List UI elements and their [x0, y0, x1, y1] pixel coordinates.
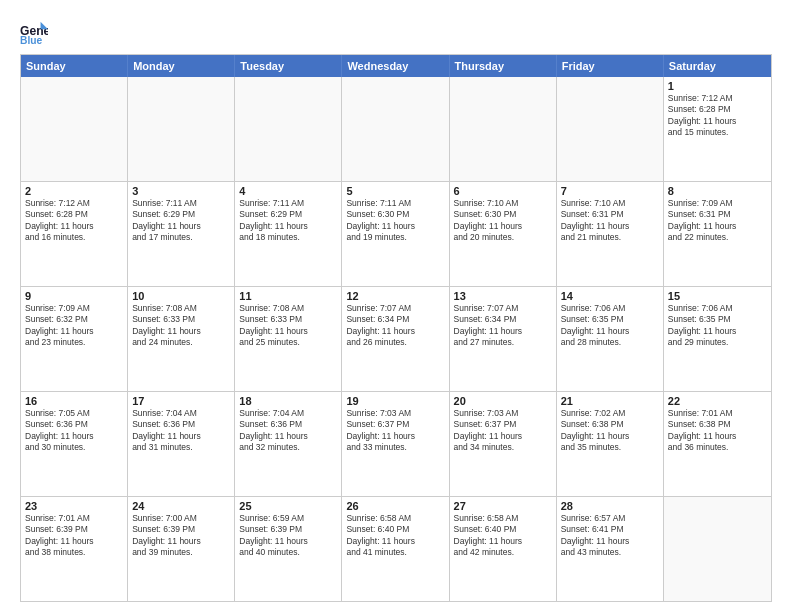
day-number: 7 [561, 185, 659, 197]
day-cell: 18Sunrise: 7:04 AM Sunset: 6:36 PM Dayli… [235, 392, 342, 496]
day-info: Sunrise: 7:09 AM Sunset: 6:31 PM Dayligh… [668, 198, 767, 244]
day-number: 12 [346, 290, 444, 302]
week-row: 2Sunrise: 7:12 AM Sunset: 6:28 PM Daylig… [21, 181, 771, 286]
day-cell: 15Sunrise: 7:06 AM Sunset: 6:35 PM Dayli… [664, 287, 771, 391]
day-cell: 26Sunrise: 6:58 AM Sunset: 6:40 PM Dayli… [342, 497, 449, 601]
svg-text:Blue: Blue [20, 35, 43, 46]
day-headers: SundayMondayTuesdayWednesdayThursdayFrid… [21, 55, 771, 77]
day-cell [21, 77, 128, 181]
day-cell: 22Sunrise: 7:01 AM Sunset: 6:38 PM Dayli… [664, 392, 771, 496]
day-cell: 9Sunrise: 7:09 AM Sunset: 6:32 PM Daylig… [21, 287, 128, 391]
day-info: Sunrise: 7:08 AM Sunset: 6:33 PM Dayligh… [239, 303, 337, 349]
day-info: Sunrise: 7:12 AM Sunset: 6:28 PM Dayligh… [668, 93, 767, 139]
day-cell [450, 77, 557, 181]
day-info: Sunrise: 7:10 AM Sunset: 6:31 PM Dayligh… [561, 198, 659, 244]
week-row: 1Sunrise: 7:12 AM Sunset: 6:28 PM Daylig… [21, 77, 771, 181]
day-number: 24 [132, 500, 230, 512]
day-cell: 2Sunrise: 7:12 AM Sunset: 6:28 PM Daylig… [21, 182, 128, 286]
day-cell: 25Sunrise: 6:59 AM Sunset: 6:39 PM Dayli… [235, 497, 342, 601]
day-cell: 5Sunrise: 7:11 AM Sunset: 6:30 PM Daylig… [342, 182, 449, 286]
day-info: Sunrise: 7:06 AM Sunset: 6:35 PM Dayligh… [561, 303, 659, 349]
day-cell [557, 77, 664, 181]
day-cell [342, 77, 449, 181]
day-cell: 10Sunrise: 7:08 AM Sunset: 6:33 PM Dayli… [128, 287, 235, 391]
day-info: Sunrise: 7:01 AM Sunset: 6:38 PM Dayligh… [668, 408, 767, 454]
day-number: 22 [668, 395, 767, 407]
day-number: 1 [668, 80, 767, 92]
day-cell: 17Sunrise: 7:04 AM Sunset: 6:36 PM Dayli… [128, 392, 235, 496]
day-info: Sunrise: 7:09 AM Sunset: 6:32 PM Dayligh… [25, 303, 123, 349]
day-cell: 23Sunrise: 7:01 AM Sunset: 6:39 PM Dayli… [21, 497, 128, 601]
day-number: 20 [454, 395, 552, 407]
day-header: Sunday [21, 55, 128, 77]
calendar: SundayMondayTuesdayWednesdayThursdayFrid… [20, 54, 772, 602]
day-number: 3 [132, 185, 230, 197]
day-cell: 20Sunrise: 7:03 AM Sunset: 6:37 PM Dayli… [450, 392, 557, 496]
day-info: Sunrise: 7:05 AM Sunset: 6:36 PM Dayligh… [25, 408, 123, 454]
day-number: 18 [239, 395, 337, 407]
logo: General Blue [20, 18, 52, 46]
day-number: 2 [25, 185, 123, 197]
day-cell: 14Sunrise: 7:06 AM Sunset: 6:35 PM Dayli… [557, 287, 664, 391]
day-number: 5 [346, 185, 444, 197]
day-number: 8 [668, 185, 767, 197]
day-info: Sunrise: 7:11 AM Sunset: 6:29 PM Dayligh… [132, 198, 230, 244]
header: General Blue [20, 18, 772, 46]
day-cell [235, 77, 342, 181]
day-cell: 13Sunrise: 7:07 AM Sunset: 6:34 PM Dayli… [450, 287, 557, 391]
day-header: Monday [128, 55, 235, 77]
day-number: 4 [239, 185, 337, 197]
day-number: 16 [25, 395, 123, 407]
week-row: 9Sunrise: 7:09 AM Sunset: 6:32 PM Daylig… [21, 286, 771, 391]
day-info: Sunrise: 7:00 AM Sunset: 6:39 PM Dayligh… [132, 513, 230, 559]
day-info: Sunrise: 7:06 AM Sunset: 6:35 PM Dayligh… [668, 303, 767, 349]
day-number: 28 [561, 500, 659, 512]
day-number: 19 [346, 395, 444, 407]
day-header: Friday [557, 55, 664, 77]
day-info: Sunrise: 7:01 AM Sunset: 6:39 PM Dayligh… [25, 513, 123, 559]
day-cell: 8Sunrise: 7:09 AM Sunset: 6:31 PM Daylig… [664, 182, 771, 286]
day-cell [128, 77, 235, 181]
day-number: 9 [25, 290, 123, 302]
day-header: Wednesday [342, 55, 449, 77]
day-cell: 11Sunrise: 7:08 AM Sunset: 6:33 PM Dayli… [235, 287, 342, 391]
day-header: Saturday [664, 55, 771, 77]
day-info: Sunrise: 7:03 AM Sunset: 6:37 PM Dayligh… [454, 408, 552, 454]
day-number: 26 [346, 500, 444, 512]
day-info: Sunrise: 7:03 AM Sunset: 6:37 PM Dayligh… [346, 408, 444, 454]
logo-icon: General Blue [20, 18, 48, 46]
day-number: 23 [25, 500, 123, 512]
day-number: 15 [668, 290, 767, 302]
day-cell: 4Sunrise: 7:11 AM Sunset: 6:29 PM Daylig… [235, 182, 342, 286]
day-cell: 21Sunrise: 7:02 AM Sunset: 6:38 PM Dayli… [557, 392, 664, 496]
day-number: 21 [561, 395, 659, 407]
day-number: 11 [239, 290, 337, 302]
day-number: 27 [454, 500, 552, 512]
day-header: Tuesday [235, 55, 342, 77]
day-info: Sunrise: 6:59 AM Sunset: 6:39 PM Dayligh… [239, 513, 337, 559]
day-cell: 27Sunrise: 6:58 AM Sunset: 6:40 PM Dayli… [450, 497, 557, 601]
day-header: Thursday [450, 55, 557, 77]
day-info: Sunrise: 7:12 AM Sunset: 6:28 PM Dayligh… [25, 198, 123, 244]
weeks: 1Sunrise: 7:12 AM Sunset: 6:28 PM Daylig… [21, 77, 771, 601]
day-info: Sunrise: 7:07 AM Sunset: 6:34 PM Dayligh… [454, 303, 552, 349]
day-number: 13 [454, 290, 552, 302]
day-info: Sunrise: 7:04 AM Sunset: 6:36 PM Dayligh… [239, 408, 337, 454]
day-cell: 24Sunrise: 7:00 AM Sunset: 6:39 PM Dayli… [128, 497, 235, 601]
day-cell [664, 497, 771, 601]
day-info: Sunrise: 6:58 AM Sunset: 6:40 PM Dayligh… [346, 513, 444, 559]
day-info: Sunrise: 7:04 AM Sunset: 6:36 PM Dayligh… [132, 408, 230, 454]
day-info: Sunrise: 7:11 AM Sunset: 6:29 PM Dayligh… [239, 198, 337, 244]
day-info: Sunrise: 6:57 AM Sunset: 6:41 PM Dayligh… [561, 513, 659, 559]
day-cell: 19Sunrise: 7:03 AM Sunset: 6:37 PM Dayli… [342, 392, 449, 496]
day-number: 17 [132, 395, 230, 407]
day-info: Sunrise: 7:10 AM Sunset: 6:30 PM Dayligh… [454, 198, 552, 244]
day-number: 10 [132, 290, 230, 302]
day-number: 25 [239, 500, 337, 512]
day-info: Sunrise: 7:02 AM Sunset: 6:38 PM Dayligh… [561, 408, 659, 454]
page: General Blue SundayMondayTuesdayWednesda… [0, 0, 792, 612]
day-number: 6 [454, 185, 552, 197]
week-row: 16Sunrise: 7:05 AM Sunset: 6:36 PM Dayli… [21, 391, 771, 496]
day-info: Sunrise: 6:58 AM Sunset: 6:40 PM Dayligh… [454, 513, 552, 559]
day-cell: 6Sunrise: 7:10 AM Sunset: 6:30 PM Daylig… [450, 182, 557, 286]
